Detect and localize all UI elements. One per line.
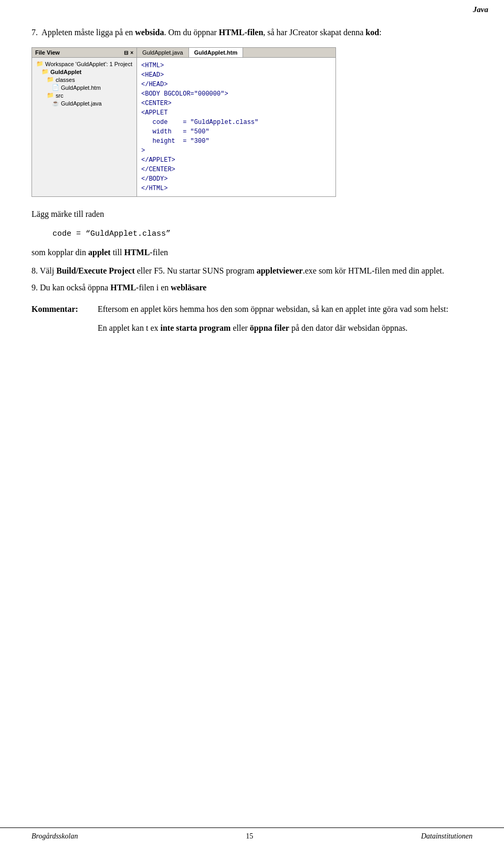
step8-text3: .exe som kör HTML-filen med din applet. <box>303 266 444 275</box>
code-line-5: <CENTER> <box>141 99 331 108</box>
comment-body: Eftersom en applet körs hemma hos den so… <box>98 302 472 340</box>
step8-bold1: Build/Execute Project <box>56 266 134 275</box>
code-example: code = “GuldApplet.class” <box>52 229 171 238</box>
tab-htm[interactable]: GuldApplet.htm <box>189 48 244 57</box>
comment-sentence-1: Eftersom en applet körs hemma hos den so… <box>98 305 448 313</box>
code-example-line: code = “GuldApplet.class” <box>52 226 472 240</box>
comment-label: Kommentar: <box>32 302 89 340</box>
code-line-9: height = "300" <box>141 137 331 146</box>
classes-label: classes <box>56 77 75 83</box>
page-footer: Brogårdsskolan 15 Datainstitutionen <box>0 827 504 841</box>
step8-number: 8. <box>32 266 38 275</box>
file-panel-header: File View ⊟ × <box>32 48 136 58</box>
step8-text2: eller F5. Nu startar SUNS program <box>135 266 257 275</box>
tree-item-guldapplet-htm: 📄 GuldApplet.htm <box>34 83 134 91</box>
tree-item-guldapplet: 📁 GuldApplet <box>34 68 134 76</box>
workspace-icon: 📁 <box>36 60 44 67</box>
tree-item-src: 📁 src <box>34 91 134 99</box>
classes-icon: 📁 <box>47 76 54 83</box>
tree-item-workspace: 📁 Workspace 'GuldApplet': 1 Project <box>34 60 134 68</box>
notice-prefix: Lägg märke till raden <box>32 209 104 218</box>
page-content: 7. Appleten måste ligga på en websida. O… <box>0 0 504 387</box>
comment-bold-2: inte starta program <box>161 323 231 332</box>
tab-java[interactable]: GuldApplet.java <box>137 48 189 57</box>
code-line-13: </BODY> <box>141 174 331 184</box>
footer-institution: Datainstitutionen <box>421 832 472 841</box>
step-9: 9. Du kan också öppna HTML-filen i en we… <box>32 281 472 295</box>
code-line-14: </HTML> <box>141 184 331 193</box>
code-line-3: </HEAD> <box>141 80 331 89</box>
header-title: Java <box>473 5 488 14</box>
intro-text-1: 7. Appleten måste ligga på en <box>32 28 135 37</box>
below-screenshot-section: Lägg märke till raden code = “GuldApplet… <box>32 207 472 259</box>
code-line-6: <APPLET <box>141 108 331 118</box>
code-line-10: > <box>141 146 331 155</box>
htm-file-icon: 📄 <box>52 84 59 91</box>
src-label: src <box>56 92 64 99</box>
code-line-1: <HTML> <box>141 61 331 70</box>
guldapplet-label: GuldApplet <box>50 69 81 75</box>
footer-page: 15 <box>246 832 253 841</box>
step9-number: 9. <box>32 283 38 292</box>
code-line-4: <BODY BGCOLOR="000000"> <box>141 89 331 99</box>
coupling-bold-applet: applet <box>88 248 111 257</box>
file-panel: File View ⊟ × 📁 Workspace 'GuldApplet': … <box>32 48 137 196</box>
code-panel: GuldApplet.java GuldApplet.htm <HTML> <H… <box>137 48 335 196</box>
code-line-8: width = "500" <box>141 127 331 137</box>
workspace-label: Workspace 'GuldApplet': 1 Project <box>45 61 132 67</box>
intro-text-3: , så har JCreator skapat denna <box>263 28 365 37</box>
step8-text1: Välj <box>38 266 56 275</box>
step9-bold2: webläsare <box>171 283 206 292</box>
file-tree: 📁 Workspace 'GuldApplet': 1 Project 📁 Gu… <box>32 58 136 109</box>
close-icon[interactable]: × <box>130 50 133 56</box>
footer-school: Brogårdsskolan <box>32 832 78 841</box>
step9-bold1: HTML <box>110 283 136 292</box>
code-tabs: GuldApplet.java GuldApplet.htm <box>137 48 335 58</box>
comment-block: Kommentar: Eftersom en applet körs hemma… <box>32 302 472 340</box>
file-panel-title: File View <box>35 49 60 56</box>
intro-paragraph: 7. Appleten måste ligga på en websida. O… <box>32 26 472 39</box>
step-8: 8. Välj Build/Execute Project eller F5. … <box>32 264 472 278</box>
code-line-11: </APPLET> <box>141 155 331 165</box>
code-line-2: <HEAD> <box>141 70 331 80</box>
coupling-text-4: -filen <box>150 248 168 257</box>
java-file-label: GuldApplet.java <box>61 100 102 107</box>
ide-screenshot: File View ⊟ × 📁 Workspace 'GuldApplet': … <box>32 47 336 197</box>
intro-bold-kod: kod <box>365 28 379 37</box>
intro-bold-websida: websida <box>135 28 164 37</box>
comment-prefix: En applet kan t ex <box>98 323 161 332</box>
intro-text-2: . Om du öppnar <box>164 28 218 37</box>
step8-bold2: appletviewer <box>257 266 303 275</box>
guldapplet-expand-icon: 📁 <box>41 68 49 75</box>
tree-item-classes: 📁 classes <box>34 76 134 83</box>
intro-bold-html: HTML-filen <box>219 28 263 37</box>
step9-text1: Du kan också öppna <box>38 283 110 292</box>
comment-text-2: En applet kan t ex inte starta program e… <box>98 321 472 335</box>
htm-file-label: GuldApplet.htm <box>61 85 101 91</box>
intro-text-4: : <box>379 28 381 37</box>
src-icon: 📁 <box>47 92 54 99</box>
comment-mid: eller <box>230 323 249 332</box>
comment-suffix: på den dator där websidan öppnas. <box>289 323 407 332</box>
pin-icon[interactable]: ⊟ <box>124 50 128 56</box>
coupling-text-3: till <box>111 248 124 257</box>
code-line-12: </CENTER> <box>141 165 331 174</box>
step9-text2: -filen i en <box>136 283 171 292</box>
coupling-text-1: som kopplar din <box>32 248 88 257</box>
page-header: Java <box>473 5 488 14</box>
coupling-bold-html: HTML <box>124 248 150 257</box>
code-body: <HTML> <HEAD> </HEAD> <BODY BGCOLOR="000… <box>137 58 335 196</box>
tree-item-guldapplet-java: ☕ GuldApplet.java <box>34 99 134 107</box>
file-panel-controls: ⊟ × <box>124 50 133 56</box>
coupling-text: som kopplar din applet till HTML-filen <box>32 246 472 259</box>
comment-bold-3: öppna filer <box>250 323 289 332</box>
code-line-7: code = "GuldApplet.class" <box>141 118 331 127</box>
java-file-icon: ☕ <box>52 100 59 107</box>
comment-text-1: Eftersom en applet körs hemma hos den so… <box>98 302 472 316</box>
notice-text: Lägg märke till raden <box>32 207 472 221</box>
